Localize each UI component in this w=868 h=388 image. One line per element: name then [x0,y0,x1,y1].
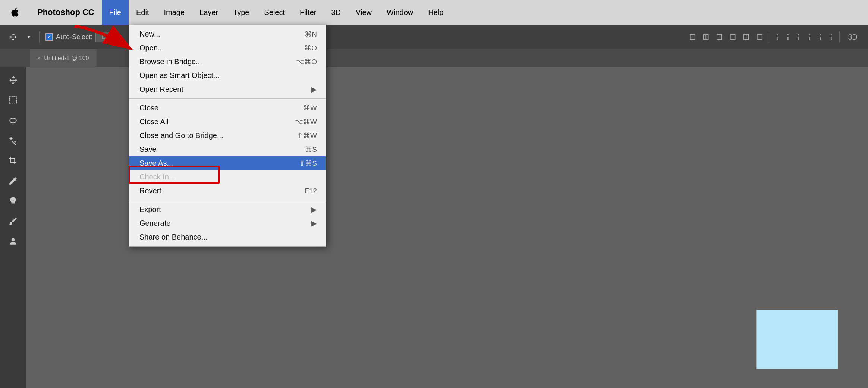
svg-rect-0 [9,97,17,104]
file-menu-section-2: Close ⌘W Close All ⌥⌘W Close and Go to B… [129,99,326,200]
menu-item-image[interactable]: Image [156,0,192,25]
distribute-bottom-icon[interactable]: ⫶ [827,31,836,43]
align-horizontal-center-icon[interactable]: ⊞ [700,31,711,43]
auto-select-checkbox[interactable]: ✓ [45,33,53,41]
healing-brush-tool-button[interactable] [4,193,22,210]
file-menu-save-as[interactable]: Save As... ⇧⌘S [129,156,326,170]
file-menu-close-all[interactable]: Close All ⌥⌘W [129,115,326,129]
file-menu-open-smart-object[interactable]: Open as Smart Object... [129,69,326,82]
menu-item-layer[interactable]: Layer [192,0,226,25]
menu-item-help[interactable]: Help [421,0,451,25]
menu-item-type[interactable]: Type [226,0,257,25]
brush-tool-button[interactable] [4,213,22,230]
menu-item-file[interactable]: File [102,0,129,25]
align-top-edges-icon[interactable]: ⊟ [727,31,738,43]
file-menu-revert[interactable]: Revert F12 [129,184,326,198]
distribute-top-icon[interactable]: ⫶ [805,31,814,43]
distribute-right-icon[interactable]: ⫶ [795,31,803,43]
file-menu-generate[interactable]: Generate ▶ [129,216,326,230]
dropdown-arrow-icon[interactable]: ▾ [25,32,33,41]
toolbar-align-icons: ⊟ ⊞ ⊟ ⊟ ⊞ ⊟ ⫶ ⫶ ⫶ ⫶ ⫶ ⫶ 3D [687,31,862,43]
menu-item-view[interactable]: View [348,0,379,25]
file-menu-export[interactable]: Export ▶ [129,203,326,216]
marquee-tool-button[interactable] [4,92,22,109]
file-menu-open[interactable]: Open... ⌘O [129,41,326,55]
crop-tool-button[interactable] [4,152,22,169]
distribute-center-h-icon[interactable]: ⫶ [784,31,792,43]
menu-item-filter[interactable]: Filter [292,0,324,25]
align-bottom-edges-icon[interactable]: ⊟ [754,31,765,43]
auto-select-dropdown[interactable]: L [95,32,112,42]
toolbar-3d-label: 3D [843,33,862,41]
file-menu-new[interactable]: New... ⌘N [129,27,326,41]
menu-item-edit[interactable]: Edit [129,0,156,25]
toolbar-separator-1 [39,31,40,43]
align-vertical-center-icon[interactable]: ⊞ [740,31,752,43]
file-menu-close[interactable]: Close ⌘W [129,101,326,115]
magic-wand-tool-button[interactable] [4,132,22,149]
move-tool-button[interactable] [4,72,22,89]
file-menu-close-bridge[interactable]: Close and Go to Bridge... ⇧⌘W [129,129,326,143]
menu-bar: Photoshop CC File Edit Image Layer Type … [0,0,868,25]
file-menu-save[interactable]: Save ⌘S [129,143,326,156]
auto-select-label: ✓ Auto-Select: L [45,32,112,42]
file-menu-dropdown: New... ⌘N Open... ⌘O Browse in Bridge...… [129,25,326,247]
file-menu-section-1: New... ⌘N Open... ⌘O Browse in Bridge...… [129,25,326,99]
file-menu-browse-bridge[interactable]: Browse in Bridge... ⌥⌘O [129,55,326,69]
file-menu-share-behance[interactable]: Share on Behance... [129,230,326,244]
clone-tool-button[interactable] [4,233,22,250]
tab-close-button[interactable]: × [37,55,40,61]
align-right-edges-icon[interactable]: ⊟ [714,31,725,43]
menu-item-3d[interactable]: 3D [324,0,349,25]
apple-logo-icon[interactable] [0,0,30,25]
tools-panel [0,67,26,388]
toolbar-separator-4 [839,31,840,43]
distribute-left-icon[interactable]: ⫶ [773,31,781,43]
menu-item-window[interactable]: Window [379,0,421,25]
file-menu-open-recent[interactable]: Open Recent ▶ [129,82,326,96]
distribute-center-v-icon[interactable]: ⫶ [816,31,825,43]
tab-title: Untitled-1 @ 100 [44,55,89,62]
svg-point-1 [10,118,16,123]
lasso-tool-button[interactable] [4,112,22,129]
toolbar-separator-2 [118,31,118,43]
menu-item-select[interactable]: Select [257,0,292,25]
align-left-edges-icon[interactable]: ⊟ [687,31,698,43]
move-tool-icon[interactable] [6,31,20,43]
file-menu-check-in: Check In... [129,170,326,184]
eyedropper-tool-button[interactable] [4,172,22,190]
document-tab[interactable]: × Untitled-1 @ 100 [30,49,97,67]
toolbar-separator-3 [769,31,769,43]
file-menu-section-3: Export ▶ Generate ▶ Share on Behance... [129,200,326,246]
canvas-thumbnail [756,310,838,369]
app-name: Photoshop CC [30,7,102,17]
menu-items: File Edit Image Layer Type Select Filter… [102,0,451,25]
